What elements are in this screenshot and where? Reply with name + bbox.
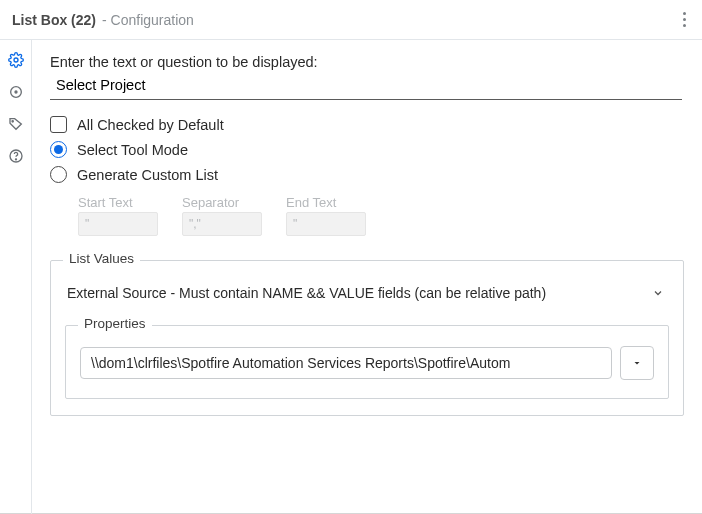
all-checked-option[interactable]: All Checked by Default bbox=[50, 116, 684, 133]
source-select[interactable]: External Source - Must contain NAME && V… bbox=[65, 281, 669, 305]
source-select-value: External Source - Must contain NAME && V… bbox=[65, 281, 647, 305]
prompt-input[interactable] bbox=[50, 74, 682, 100]
select-tool-mode-option[interactable]: Select Tool Mode bbox=[50, 141, 684, 158]
list-values-fieldset: List Values External Source - Must conta… bbox=[50, 260, 684, 416]
separator-label: Separator bbox=[182, 195, 262, 210]
svg-point-3 bbox=[12, 121, 13, 122]
window-title: List Box (22) bbox=[12, 12, 96, 28]
gear-icon[interactable] bbox=[6, 50, 26, 70]
start-text-input bbox=[78, 212, 158, 236]
chevron-down-icon bbox=[647, 282, 669, 304]
left-rail bbox=[0, 40, 32, 514]
kebab-menu-icon[interactable] bbox=[674, 8, 694, 32]
end-text-input bbox=[286, 212, 366, 236]
custom-list-subfields: Start Text Separator End Text bbox=[78, 195, 684, 236]
properties-legend: Properties bbox=[78, 316, 152, 331]
checkbox-icon bbox=[50, 116, 67, 133]
properties-fieldset: Properties bbox=[65, 325, 669, 399]
svg-point-0 bbox=[14, 58, 18, 62]
generate-custom-list-label: Generate Custom List bbox=[77, 167, 218, 183]
svg-point-2 bbox=[15, 91, 17, 93]
titlebar: List Box (22) - Configuration bbox=[0, 0, 702, 40]
target-icon[interactable] bbox=[6, 82, 26, 102]
window-subtitle: - Configuration bbox=[102, 12, 194, 28]
select-tool-mode-label: Select Tool Mode bbox=[77, 142, 188, 158]
help-icon[interactable] bbox=[6, 146, 26, 166]
svg-point-5 bbox=[15, 159, 16, 160]
generate-custom-list-option[interactable]: Generate Custom List bbox=[50, 166, 684, 183]
properties-path-input[interactable] bbox=[80, 347, 612, 379]
list-values-legend: List Values bbox=[63, 251, 140, 266]
radio-selected-icon bbox=[50, 141, 67, 158]
start-text-label: Start Text bbox=[78, 195, 158, 210]
radio-unselected-icon bbox=[50, 166, 67, 183]
all-checked-label: All Checked by Default bbox=[77, 117, 224, 133]
tag-icon[interactable] bbox=[6, 114, 26, 134]
prompt-label: Enter the text or question to be display… bbox=[50, 54, 684, 70]
end-text-label: End Text bbox=[286, 195, 366, 210]
separator-input bbox=[182, 212, 262, 236]
properties-dropdown-button[interactable] bbox=[620, 346, 654, 380]
